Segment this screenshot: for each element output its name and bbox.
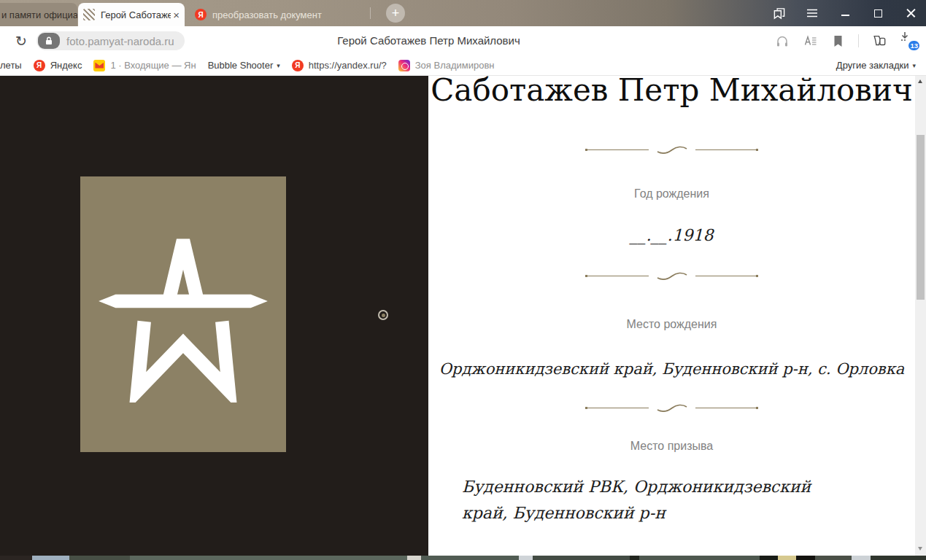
tab-label: и памяти официа — [1, 9, 77, 20]
field-label-birth-place: Место рождения — [428, 317, 915, 332]
address-bar: ↻ foto.pamyat-naroda.ru Герой Саботажев … — [0, 26, 926, 55]
chevron-down-icon: ▾ — [277, 62, 280, 69]
field-value-draft-place: Буденновский РВК, Орджоникидзевский край… — [462, 474, 827, 526]
maximize-button[interactable] — [871, 7, 884, 20]
menu-icon[interactable] — [806, 7, 819, 20]
reader-mode-icon[interactable] — [803, 34, 817, 48]
bookmark-label: Bubble Shooter — [208, 60, 274, 71]
bookmark-item[interactable]: 1 · Входящие — Ян — [93, 60, 196, 71]
toolbar-separator — [858, 34, 859, 47]
chevron-down-icon: ▾ — [912, 62, 916, 69]
bookmark-item[interactable]: Я https://yandex.ru/? — [292, 60, 387, 71]
scroll-down-arrow[interactable] — [918, 547, 922, 551]
instagram-icon — [398, 60, 410, 71]
gallery-dot-indicator[interactable] — [378, 310, 388, 320]
yandex-favicon: Я — [34, 60, 45, 71]
tab-active[interactable]: Герой Саботажев Петр × — [78, 3, 185, 26]
reload-icon[interactable]: ↻ — [13, 33, 29, 49]
other-bookmarks-label: Другие закладки — [836, 60, 909, 71]
yandex-favicon: Я — [292, 60, 304, 71]
tab-separator — [370, 7, 371, 19]
scrollbar-thumb[interactable] — [917, 135, 925, 300]
bookmark-label: Зоя Владимировн — [415, 60, 495, 71]
swash-ornament-icon — [656, 403, 688, 413]
tab-close-icon[interactable]: × — [173, 9, 180, 20]
pamyat-naroda-favicon — [83, 9, 95, 20]
ornament-divider — [585, 271, 758, 281]
downloads-button[interactable]: 13 — [900, 31, 919, 50]
yandex-mail-icon — [93, 60, 105, 71]
voice-assistant-icon[interactable] — [775, 34, 790, 48]
army-star-icon — [99, 227, 268, 402]
url-text: foto.pamyat-naroda.ru — [66, 35, 174, 47]
hero-info-panel: Саботажев Петр Михайлович Год рождения _… — [428, 76, 915, 556]
bookmark-item[interactable]: Зоя Владимировн — [398, 60, 495, 71]
page-content: Саботажев Петр Михайлович Год рождения _… — [0, 76, 926, 556]
scroll-up-arrow[interactable] — [918, 79, 922, 83]
ornament-divider — [585, 145, 758, 155]
desktop-taskbar-sliver — [0, 556, 926, 560]
window-controls — [773, 0, 926, 26]
collections-icon[interactable] — [872, 34, 887, 48]
bookmark-folder[interactable]: Bubble Shooter ▾ — [208, 60, 280, 71]
close-button[interactable] — [904, 7, 917, 20]
bookmark-label: леты — [0, 60, 22, 71]
minimize-button[interactable] — [838, 7, 852, 20]
browser-window: и памяти официа Герой Саботажев Петр × Я… — [0, 0, 926, 560]
tab-label: Герой Саботажев Петр — [101, 9, 171, 20]
field-label-birth-year: Год рождения — [428, 187, 915, 201]
bookmark-label: https://yandex.ru/? — [309, 60, 387, 71]
swash-ornament-icon — [656, 271, 688, 281]
bookmarks-bar: леты Я Яндекс 1 · Входящие — Ян Bubble S… — [0, 55, 926, 76]
other-bookmarks-button[interactable]: Другие закладки ▾ — [836, 60, 916, 71]
lock-icon[interactable] — [38, 33, 60, 49]
bookmark-label: Яндекс — [50, 60, 82, 71]
tab-strip: и памяти официа Герой Саботажев Петр × Я… — [0, 0, 926, 26]
url-pill[interactable]: foto.pamyat-naroda.ru — [36, 31, 185, 50]
plus-icon: + — [392, 6, 400, 21]
tab-panel-icon[interactable] — [773, 7, 786, 20]
bookmark-item[interactable]: леты — [0, 60, 22, 71]
bookmark-flag-icon[interactable] — [830, 34, 845, 48]
tab-label: преобразовать документ — [212, 9, 322, 20]
bookmark-label: 1 · Входящие — Ян — [110, 60, 196, 71]
ornament-divider — [585, 403, 758, 413]
address-bar-actions: 13 — [775, 26, 926, 55]
yandex-favicon: Я — [195, 9, 207, 20]
tab-inactive-left[interactable]: и памяти официа — [0, 3, 77, 26]
field-value-birth-place: Орджоникидзевский край, Буденновский р-н… — [428, 358, 915, 380]
army-star-placeholder[interactable] — [80, 176, 286, 452]
field-label-draft-place: Место призыва — [428, 439, 915, 454]
field-value-birth-year: __.__.1918 — [428, 225, 915, 246]
downloads-count-badge: 13 — [907, 39, 921, 52]
page-title: Саботажев Петр Михайлович — [428, 76, 915, 110]
swash-ornament-icon — [656, 145, 688, 155]
new-tab-button[interactable]: + — [386, 4, 405, 23]
scrollbar[interactable] — [915, 76, 926, 556]
tab-inactive-right[interactable]: Я преобразовать документ — [190, 3, 360, 26]
photo-panel — [0, 76, 428, 556]
bookmark-item[interactable]: Я Яндекс — [34, 60, 82, 71]
